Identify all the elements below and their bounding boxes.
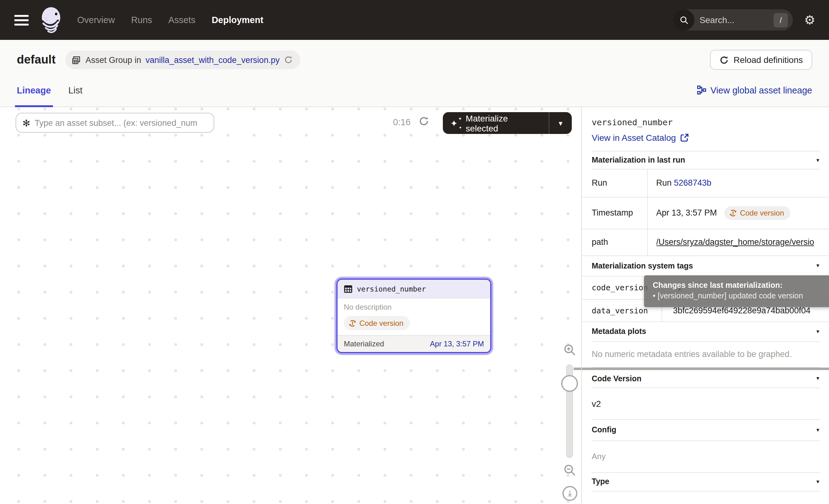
tab-lineage[interactable]: Lineage <box>17 73 51 107</box>
asset-subset-filter[interactable]: ✻ <box>15 113 214 133</box>
sync-alert-icon <box>729 209 737 216</box>
view-global-asset-lineage-link[interactable]: View global asset lineage <box>697 85 812 95</box>
refresh-timer: 0:16 <box>393 117 410 127</box>
collapse-caret-icon[interactable]: ▼ <box>815 427 820 433</box>
search-icon <box>673 9 694 31</box>
zoom-slider-handle[interactable] <box>561 375 578 392</box>
tab-list[interactable]: List <box>69 73 82 107</box>
global-search[interactable]: / <box>673 9 793 31</box>
sidebar-asset-name: versioned_number <box>592 117 820 127</box>
dagster-app: Overview Runs Assets Deployment / ⚙ defa… <box>0 0 829 504</box>
materialized-time-link[interactable]: Apr 13, 3:57 PM <box>430 339 484 348</box>
top-nav: Overview Runs Assets Deployment / ⚙ <box>0 0 829 40</box>
section-heading: Type <box>592 477 609 486</box>
section-config[interactable]: Config ▼ <box>592 420 820 441</box>
materialize-main[interactable]: ✦ ✦ ✦ Materialize selected <box>443 113 549 133</box>
asset-node-versioned-number[interactable]: versioned_number No description <box>334 277 493 355</box>
collapse-caret-icon[interactable]: ▼ <box>815 479 820 484</box>
run-row-label: Run <box>582 170 647 197</box>
code-version-badge-label: Code version <box>359 319 403 327</box>
view-tabs: Lineage List View global asset lineage <box>0 73 829 107</box>
nav-links: Overview Runs Assets Deployment <box>77 15 263 25</box>
nav-link-deployment[interactable]: Deployment <box>212 15 263 25</box>
asset-node-header: versioned_number <box>337 280 490 298</box>
sparkle-icon: ✦ ✦ ✦ <box>450 117 461 129</box>
last-run-table: Run Run 5268743b Timestamp Apr 13, 3:57 … <box>582 170 829 256</box>
zoom-in-icon[interactable] <box>563 343 577 357</box>
timestamp-row-label: Timestamp <box>582 197 647 229</box>
download-icon: ⤓ <box>568 489 572 498</box>
code-version-change-label: Code version <box>740 208 784 217</box>
collapse-caret-icon[interactable]: ▼ <box>815 263 820 268</box>
asset-subset-input[interactable] <box>35 118 207 128</box>
sparkle-small-bottom: ✦ <box>459 125 462 129</box>
nav-link-assets[interactable]: Assets <box>169 15 195 25</box>
sidebar-splitter[interactable] <box>582 367 829 370</box>
search-shortcut-key: / <box>773 13 788 27</box>
materialized-status-label: Materialized <box>344 339 384 348</box>
materialize-selected-button[interactable]: ✦ ✦ ✦ Materialize selected ▾ <box>443 112 572 134</box>
lineage-canvas[interactable]: ✻ 0:16 ✦ ✦ ✦ Materialize selected <box>0 107 581 504</box>
refresh-graph-icon[interactable] <box>419 116 429 127</box>
collapse-caret-icon[interactable]: ▼ <box>815 376 820 381</box>
view-in-asset-catalog-link[interactable]: View in Asset Catalog <box>592 133 689 143</box>
section-heading: Code Version <box>592 374 642 383</box>
asset-filter-icon: ✻ <box>23 118 30 128</box>
collapse-caret-icon[interactable]: ▼ <box>815 329 820 334</box>
metadata-plots-empty-message: No numeric metadata entries available to… <box>592 342 820 367</box>
page-header: default Asset Group in vanilla_asset_wit… <box>0 40 829 73</box>
collapse-caret-icon[interactable]: ▼ <box>815 157 820 163</box>
tooltip-title: Changes since last materialization: <box>653 280 829 291</box>
code-version-value: v2 <box>592 388 820 420</box>
nav-link-runs[interactable]: Runs <box>131 15 152 25</box>
code-version-change-badge[interactable]: Code version <box>724 206 790 220</box>
code-version-badge[interactable]: Code version <box>344 316 409 330</box>
refresh-group-icon[interactable] <box>284 56 293 64</box>
hamburger-menu-icon[interactable] <box>14 15 29 25</box>
reload-icon <box>719 55 728 65</box>
zoom-out-icon[interactable] <box>563 464 577 477</box>
asset-group-table-icon <box>72 55 81 65</box>
settings-gear-icon[interactable]: ⚙ <box>804 14 815 26</box>
page-title: default <box>17 53 56 67</box>
section-metadata-plots[interactable]: Metadata plots ▼ <box>592 322 820 342</box>
sparkle-big: ✦ <box>450 119 458 128</box>
section-materialization-in-last-run[interactable]: Materialization in last run ▼ <box>592 151 820 170</box>
asset-node-body: No description Code version <box>337 298 490 335</box>
asset-group-file-link[interactable]: vanilla_asset_with_code_version.py <box>145 55 280 65</box>
external-link-icon <box>680 133 689 142</box>
table-row-path: path /Users/sryza/dagster_home/storage/v… <box>582 229 829 255</box>
asset-node-footer: Materialized Apr 13, 3:57 PM <box>337 335 490 352</box>
materialize-label: Materialize selected <box>466 113 541 133</box>
section-type[interactable]: Type ▼ <box>592 472 820 491</box>
view-in-asset-catalog-label: View in Asset Catalog <box>592 133 676 143</box>
section-heading: Materialization in last run <box>592 156 685 165</box>
sync-alert-icon <box>349 319 356 327</box>
search-input[interactable] <box>694 15 762 25</box>
panel-splitter-handle[interactable] <box>574 367 581 370</box>
config-value: Any <box>592 441 820 472</box>
tab-list-label: List <box>69 85 82 95</box>
table-row-timestamp: Timestamp Apr 13, 3:57 PM <box>582 197 829 229</box>
dagster-logo-icon[interactable] <box>37 6 64 34</box>
section-heading: Materialization system tags <box>592 261 693 270</box>
view-global-asset-lineage-label: View global asset lineage <box>710 85 812 95</box>
run-row-value: Run 5268743b <box>647 170 829 197</box>
nav-link-overview[interactable]: Overview <box>77 15 115 25</box>
section-code-version[interactable]: Code Version ▼ <box>592 370 820 388</box>
asset-node-name: versioned_number <box>357 284 426 293</box>
table-icon <box>344 284 353 293</box>
section-materialization-system-tags[interactable]: Materialization system tags ▼ <box>592 256 820 276</box>
asset-group-label: Asset Group in <box>86 55 141 65</box>
run-id-link[interactable]: 5268743b <box>674 179 711 188</box>
path-link[interactable]: /Users/sryza/dagster_home/storage/versio <box>656 237 829 247</box>
download-graph-button[interactable]: ⤓ <box>563 486 577 501</box>
asset-node-description: No description <box>344 303 484 312</box>
reload-definitions-button[interactable]: Reload definitions <box>710 50 812 70</box>
materialize-dropdown-caret[interactable]: ▾ <box>549 119 572 128</box>
run-text: Run <box>656 179 672 188</box>
section-heading: Config <box>592 426 616 434</box>
tooltip-item: • [versioned_number] updated code versio… <box>653 291 829 301</box>
lineage-graph-icon <box>697 85 706 95</box>
sparkle-small-top: ✦ <box>459 116 462 120</box>
